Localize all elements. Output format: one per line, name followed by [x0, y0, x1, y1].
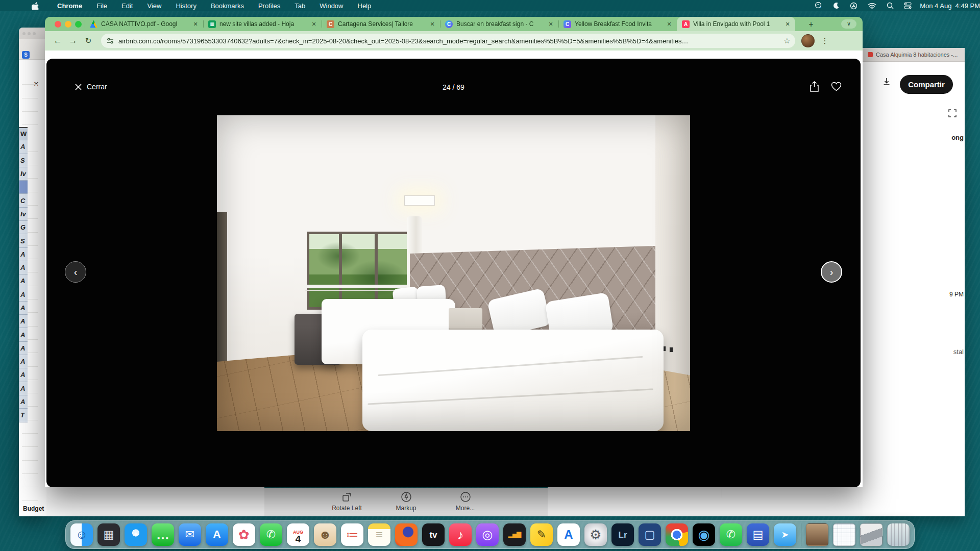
settings-icon[interactable]: ⚙	[584, 523, 607, 546]
download-icon[interactable]	[882, 77, 891, 86]
new-tab-button[interactable]: +	[805, 19, 817, 30]
minimized-sheet-thumbnail[interactable]	[833, 523, 855, 546]
music-icon[interactable]: ♪	[449, 523, 472, 546]
spreadsheet-cell[interactable]: A	[19, 248, 28, 261]
spotlight-search-icon[interactable]	[887, 2, 894, 9]
screen-mirroring-icon[interactable]	[850, 2, 857, 10]
rotate-left-button[interactable]: Rotate Left	[325, 488, 369, 516]
tab-yellow-breakfast-invite[interactable]: C Yellow Breakfast Food Invita ✕	[558, 17, 677, 31]
menu-bar-clock[interactable]: Mon 4 Aug 4:49 PM	[920, 2, 980, 10]
blue-square-app-icon[interactable]: ▢	[639, 523, 661, 546]
wifi-icon[interactable]	[868, 3, 876, 9]
creative-cloud-icon[interactable]	[814, 2, 822, 10]
minimized-doc-thumbnail[interactable]	[806, 523, 828, 546]
fullscreen-expand-icon[interactable]	[948, 109, 957, 117]
spreadsheet-cell[interactable]: A	[19, 315, 28, 328]
traffic-light-minimize[interactable]	[65, 21, 71, 28]
spreadsheet-cell[interactable]: C	[19, 194, 28, 207]
back-button[interactable]: ←	[50, 36, 65, 46]
control-center-icon[interactable]	[904, 2, 912, 9]
spreadsheet-cell[interactable]: T	[19, 409, 28, 422]
tab-close-icon[interactable]: ✕	[429, 21, 436, 28]
window-zoom-dot[interactable]	[33, 32, 36, 35]
apple-menu-icon[interactable]	[32, 2, 39, 10]
apple-tv-icon[interactable]: tv	[422, 523, 445, 546]
tab-close-icon[interactable]: ✕	[666, 21, 673, 28]
menu-item[interactable]: Edit	[114, 2, 140, 10]
menu-item[interactable]: History	[168, 2, 203, 10]
facetime-icon[interactable]: ✆	[260, 523, 282, 546]
a-doc-app-icon[interactable]: A	[557, 523, 580, 546]
mail-icon[interactable]: ✉	[179, 523, 201, 546]
heart-save-icon[interactable]	[831, 82, 842, 91]
spreadsheet-cell[interactable]: Iv	[19, 167, 28, 181]
minimized-photo-thumbnail[interactable]	[860, 523, 883, 546]
spreadsheet-cell[interactable]: W	[19, 127, 28, 140]
menu-item[interactable]: View	[140, 2, 168, 10]
menu-item[interactable]: Chrome	[50, 2, 89, 10]
spreadsheet-cell[interactable]: A	[19, 342, 28, 355]
more-button[interactable]: More...	[444, 488, 487, 516]
podcasts-icon[interactable]: ◎	[476, 523, 499, 546]
share-compartir-button[interactable]: Compartir	[900, 75, 953, 94]
tune-icon[interactable]	[106, 37, 114, 45]
profile-avatar[interactable]	[801, 34, 815, 47]
spreadsheet-cell[interactable]: S	[19, 234, 28, 247]
whatsapp-icon[interactable]: ✆	[720, 523, 742, 546]
share-icon[interactable]	[810, 81, 819, 92]
spreadsheet-cell[interactable]	[19, 181, 28, 194]
spreadsheet-cell[interactable]: A	[19, 274, 28, 288]
menu-item[interactable]: Help	[351, 2, 379, 10]
tab-casa-nattivo-pdf[interactable]: CASA NATTIVO.pdf - Googl ✕	[85, 17, 203, 31]
notes-icon[interactable]: ≡	[368, 523, 390, 546]
spreadsheet-cell[interactable]: A	[19, 355, 28, 368]
tab-close-icon[interactable]: ✕	[547, 21, 554, 28]
menu-item[interactable]: Window	[312, 2, 350, 10]
launchpad-icon[interactable]: ▦	[97, 523, 120, 546]
spreadsheet-cell[interactable]: A	[19, 288, 28, 302]
tab-close-icon[interactable]: ✕	[784, 21, 791, 28]
spreadsheet-cell[interactable]: S	[19, 154, 28, 167]
chrome-icon[interactable]	[666, 523, 688, 546]
spreadsheet-cell[interactable]: A	[19, 302, 28, 315]
markup-button[interactable]: Markup	[384, 488, 428, 516]
tab-buscar-breakfast-sign[interactable]: C Buscar en breakfast sign - C ✕	[440, 17, 558, 31]
menu-item[interactable]: File	[89, 2, 114, 10]
photos-icon[interactable]: ✿	[233, 523, 255, 546]
bedroom-photo[interactable]	[217, 115, 690, 431]
menu-item[interactable]: Bookmarks	[204, 2, 251, 10]
spreadsheet-cell[interactable]: A	[19, 261, 28, 274]
spreadsheet-cell[interactable]: A	[19, 382, 28, 395]
contacts-icon[interactable]: ☻	[314, 523, 336, 546]
drive-pdf-window[interactable]: Casa Alquimia 8 habitaciones -... ong 9 …	[863, 48, 965, 516]
bookmark-star-icon[interactable]: ☆	[783, 37, 790, 45]
tab-cartagena-services[interactable]: C Cartagena Services| Tailore ✕	[322, 17, 440, 31]
siri-icon[interactable]: ◉	[693, 523, 715, 546]
safari-icon[interactable]: ✦	[125, 523, 147, 546]
forward-button[interactable]: →	[65, 36, 81, 46]
send-app-icon[interactable]: ➤	[774, 523, 796, 546]
stocks-icon[interactable]: ▂▅▇	[503, 523, 526, 546]
lightroom-icon[interactable]: Lr	[611, 523, 634, 546]
tab-close-icon[interactable]: ✕	[310, 21, 317, 28]
calendar-icon[interactable]: AUG 4	[287, 523, 309, 546]
spreadsheet-cell[interactable]: A	[19, 328, 28, 341]
trash-icon[interactable]	[887, 523, 910, 546]
spreadsheet-cell[interactable]: G	[19, 221, 28, 234]
docs-blue-app-icon[interactable]: ▤	[747, 523, 769, 546]
previous-photo-button[interactable]: ‹	[65, 261, 86, 283]
firefox-icon[interactable]	[395, 523, 418, 546]
traffic-light-zoom[interactable]	[75, 21, 82, 28]
spreadsheet-cell[interactable]: A	[19, 368, 28, 382]
browser-menu-icon[interactable]: ⋮	[820, 36, 830, 45]
traffic-light-close[interactable]	[55, 21, 61, 28]
pencil-app-icon[interactable]: ✎	[530, 523, 553, 546]
spreadsheet-cell[interactable]: A	[19, 395, 28, 409]
next-photo-button[interactable]: ›	[821, 261, 842, 283]
tab-new-site-villas[interactable]: ▦ new site villas added - Hoja ✕	[203, 17, 322, 31]
address-bar[interactable]: airbnb.com.co/rooms/573196553303740632?a…	[101, 34, 795, 48]
sheet-tab-budget[interactable]: Budget	[23, 505, 44, 512]
tab-villa-envigado[interactable]: A Villa in Envigado with Pool 1 ✕	[677, 17, 795, 31]
menu-item[interactable]: Tab	[287, 2, 312, 10]
spreadsheet-cell[interactable]: A	[19, 140, 28, 154]
